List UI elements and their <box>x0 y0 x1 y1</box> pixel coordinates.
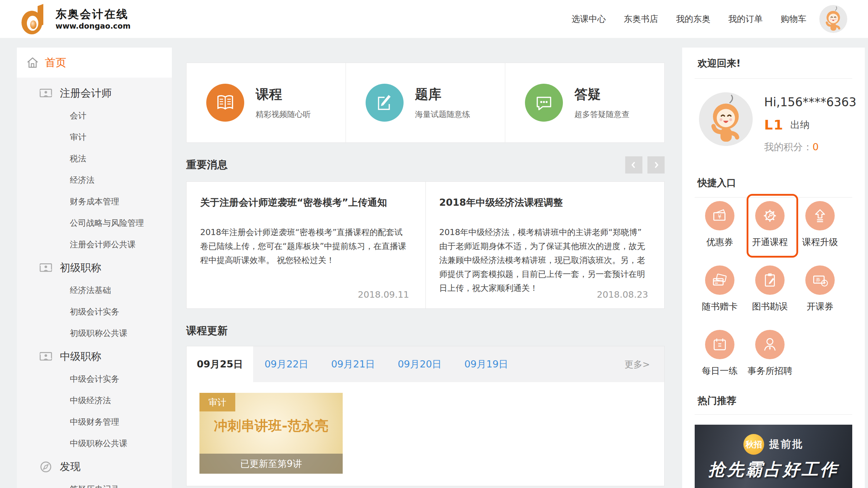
sidebar-item-cpa-public[interactable]: 注册会计师公共课 <box>17 234 172 255</box>
sidebar-item-audit[interactable]: 审计 <box>17 126 172 148</box>
sidebar-section-intermediate[interactable]: 中级职称 <box>17 345 172 368</box>
sidebar-item-tax-law[interactable]: 税法 <box>17 148 172 169</box>
profile-block: Hi,156****6363 L1 出纳 我的积分：0 <box>695 92 852 153</box>
message-item[interactable]: 2018年中级经济法课程调整 2018年中级经济法，模考精讲班中的主讲老师“郑晓… <box>425 182 665 308</box>
user-role: 出纳 <box>790 118 810 131</box>
section-label: 注册会计师 <box>60 86 112 101</box>
sidebar-section-cpa[interactable]: 注册会计师 <box>17 82 172 105</box>
feature-cards: 课程 精彩视频随心听 题库 海量试题随意练 答疑 超多答 <box>186 63 665 143</box>
messages-box: 关于注册会计师逆袭班“密卷模考”上传通知 2018年注册会计师逆袭班“密卷模考”… <box>186 181 665 309</box>
user-panel: 欢迎回来! Hi,156****6363 L1 出纳 我的积分：0 快捷入口 优… <box>682 48 865 488</box>
quick-entry-grid: 优惠券 开通课程 课程升级 随书赠卡 图书勘误 开课券 <box>695 197 852 391</box>
sidebar-section-junior[interactable]: 初级职称 <box>17 257 172 279</box>
course-updates-box: 09月25日 09月22日 09月21日 09月20日 09月19日 更多> 审… <box>186 346 665 486</box>
ticket-cursor-icon <box>805 265 835 295</box>
compass-icon <box>39 460 53 474</box>
tab-date-0922[interactable]: 09月22日 <box>253 346 320 382</box>
sidebar-item-home[interactable]: 首页 <box>17 48 172 78</box>
feature-subtitle: 海量试题随意练 <box>415 109 470 120</box>
sidebar-item-strategy-risk[interactable]: 公司战略与风险管理 <box>17 212 172 234</box>
section-label: 初级职称 <box>60 261 101 275</box>
course-updates-header: 课程更新 <box>186 324 665 338</box>
top-nav: 选课中心 东奥书店 我的东奥 我的订单 购物车 <box>572 0 806 38</box>
quick-entry-firm-recruitment[interactable]: 事务所招聘 <box>745 326 795 391</box>
lecture-board-icon <box>39 350 53 363</box>
left-sidebar: 首页 注册会计师 会计 审计 税法 经济法 财务成本管理 公司战略与风险管理 注… <box>17 48 172 488</box>
clipboard-pencil-icon <box>755 265 785 295</box>
top-header: 东奥会计在线 www.dongao.com 选课中心 东奥书店 我的东奥 我的订… <box>0 0 868 38</box>
carousel-prev-button[interactable] <box>625 156 642 174</box>
quick-entry-coupon[interactable]: 优惠券 <box>695 197 745 262</box>
course-update-card[interactable]: 审计 冲刺串讲班-范永亮 已更新至第9讲 <box>199 393 343 474</box>
sidebar-item-mid-econ-law[interactable]: 中级经济法 <box>17 390 172 411</box>
tab-date-0919[interactable]: 09月19日 <box>453 346 520 382</box>
more-link[interactable]: 更多> <box>625 346 650 382</box>
quick-entry-course-upgrade[interactable]: 课程升级 <box>795 197 845 262</box>
course-card-status: 已更新至第9讲 <box>199 454 343 474</box>
person-tie-icon <box>755 330 785 359</box>
gift-cards-icon <box>705 265 734 295</box>
dongao-home-page: 东奥会计在线 www.dongao.com 选课中心 东奥书店 我的东奥 我的订… <box>0 0 868 488</box>
message-date: 2018.09.11 <box>358 289 409 300</box>
course-card-title: 冲刺串讲班-范永亮 <box>206 416 336 436</box>
sidebar-item-mid-financial-mgmt[interactable]: 中级财务管理 <box>17 411 172 433</box>
quick-entry-daily-practice[interactable]: 每日一练 <box>695 326 745 391</box>
sidebar-menu: 注册会计师 会计 审计 税法 经济法 财务成本管理 公司战略与风险管理 注册会计… <box>17 78 172 488</box>
sidebar-section-discover[interactable]: 发现 <box>17 455 172 478</box>
feature-subtitle: 超多答疑随意查 <box>574 109 630 120</box>
quick-entry-class-voucher[interactable]: 开课券 <box>795 262 845 326</box>
feature-title: 答疑 <box>574 86 630 103</box>
sidebar-item-junior-practice[interactable]: 初级会计实务 <box>17 301 172 322</box>
site-logo[interactable]: 东奥会计在线 www.dongao.com <box>20 3 131 35</box>
nav-bookstore[interactable]: 东奥书店 <box>624 13 658 25</box>
sidebar-item-economic-law[interactable]: 经济法 <box>17 169 172 191</box>
tab-date-0925[interactable]: 09月25日 <box>187 346 253 382</box>
message-body: 2018年注册会计师逆袭班“密卷模考”直播课程的配套试卷已陆续上传，您可在“题库… <box>200 225 409 267</box>
user-avatar-large[interactable] <box>699 92 753 146</box>
banner-title: 抢先霸占好工作 <box>695 458 852 481</box>
date-tabs: 09月25日 09月22日 09月21日 09月20日 09月19日 更多> <box>187 346 664 382</box>
nav-my-orders[interactable]: 我的订单 <box>728 13 763 25</box>
nav-course-center[interactable]: 选课中心 <box>572 13 606 25</box>
quick-entry-activate-course[interactable]: 开通课程 <box>745 197 795 262</box>
user-greeting: Hi,156****6363 <box>764 95 856 109</box>
nav-cart[interactable]: 购物车 <box>781 13 806 25</box>
upgrade-arrow-icon <box>805 201 835 230</box>
pencil-square-icon <box>366 84 404 122</box>
feature-title: 题库 <box>415 86 470 103</box>
sidebar-item-financial-cost-mgmt[interactable]: 财务成本管理 <box>17 191 172 212</box>
lecture-board-icon <box>39 261 53 275</box>
messages-title: 重要消息 <box>186 158 228 172</box>
carousel-next-button[interactable] <box>647 156 665 174</box>
message-item[interactable]: 关于注册会计师逆袭班“密卷模考”上传通知 2018年注册会计师逆袭班“密卷模考”… <box>187 182 425 308</box>
user-avatar-small[interactable] <box>819 5 847 33</box>
quick-entry-book-card[interactable]: 随书赠卡 <box>695 262 745 326</box>
gear-key-icon <box>755 201 785 230</box>
user-level-badge: L1 <box>764 117 784 133</box>
tab-date-0920[interactable]: 09月20日 <box>386 346 453 382</box>
sidebar-item-econ-law-basics[interactable]: 经济法基础 <box>17 279 172 301</box>
main-content: 课程 精彩视频随心听 题库 海量试题随意练 答疑 超多答 <box>186 48 665 486</box>
points-value: 0 <box>812 141 819 152</box>
feature-courses[interactable]: 课程 精彩视频随心听 <box>187 63 346 142</box>
logo-title: 东奥会计在线 <box>56 7 131 21</box>
quick-entry-heading: 快捷入口 <box>695 176 852 197</box>
recruitment-banner[interactable]: 秋招 提前批 抢先霸占好工作 <box>695 425 852 488</box>
message-title: 关于注册会计师逆袭班“密卷模考”上传通知 <box>200 196 409 209</box>
nav-my-dongao[interactable]: 我的东奥 <box>676 13 710 25</box>
sidebar-item-qa-history[interactable]: 答疑历史记录 <box>17 478 172 488</box>
feature-qa[interactable]: 答疑 超多答疑随意查 <box>505 63 664 142</box>
sidebar-item-junior-public[interactable]: 初级职称公共课 <box>17 322 172 344</box>
tab-date-0921[interactable]: 09月21日 <box>320 346 386 382</box>
points-label: 我的积分： <box>764 141 812 152</box>
coupon-icon <box>705 201 734 230</box>
sidebar-item-accounting[interactable]: 会计 <box>17 105 172 126</box>
sidebar-item-mid-practice[interactable]: 中级会计实务 <box>17 368 172 390</box>
sidebar-item-mid-public[interactable]: 中级职称公共课 <box>17 433 172 454</box>
chevron-right-icon <box>651 160 661 170</box>
quick-entry-book-errata[interactable]: 图书勘误 <box>745 262 795 326</box>
message-body: 2018年中级经济法，模考精讲班中的主讲老师“郑晓博” 由于老师近期身体不适，为… <box>439 225 648 295</box>
course-updates-title: 课程更新 <box>186 324 228 338</box>
feature-question-bank[interactable]: 题库 海量试题随意练 <box>346 63 505 142</box>
section-label: 发现 <box>60 460 81 474</box>
